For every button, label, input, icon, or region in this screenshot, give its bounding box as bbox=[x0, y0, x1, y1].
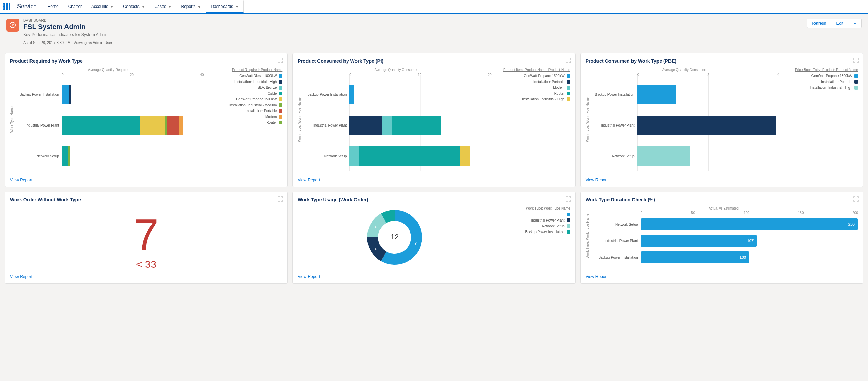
bar-segment bbox=[349, 116, 381, 135]
legend-item: Installation: Portable bbox=[207, 108, 282, 114]
legend-swatch bbox=[567, 74, 570, 78]
view-report-link[interactable]: View Report bbox=[586, 274, 608, 279]
expand-icon[interactable] bbox=[566, 58, 571, 63]
svg-text:1: 1 bbox=[388, 214, 390, 218]
legend-item: Router bbox=[207, 120, 282, 126]
bar-segment bbox=[637, 146, 690, 166]
bar-stack bbox=[62, 146, 204, 166]
expand-icon[interactable] bbox=[853, 196, 859, 202]
legend-item: GenWatt Propane 1500kW bbox=[495, 73, 570, 79]
expand-icon[interactable] bbox=[278, 58, 283, 63]
nav-tab-chatter[interactable]: Chatter bbox=[63, 0, 86, 13]
legend-item: Network Setup bbox=[495, 223, 570, 229]
category-label: Industrial Power Plant bbox=[589, 239, 641, 243]
category-label: Network Setup bbox=[589, 154, 637, 158]
legend-swatch bbox=[279, 92, 282, 95]
y-axis-label: Work Type: Work Type Name bbox=[298, 68, 301, 171]
x-axis-ticks: 024 bbox=[589, 73, 779, 77]
bar-segment bbox=[392, 116, 441, 135]
bar-segment bbox=[382, 116, 392, 135]
bar-segment bbox=[349, 146, 359, 166]
legend-item: Installation: Industrial - High bbox=[207, 79, 282, 85]
legend-item: Installation: Industrial - Medium bbox=[207, 102, 282, 108]
category-label: Backup Power Installation bbox=[589, 255, 641, 259]
legend-item: Modem bbox=[207, 114, 282, 120]
legend-swatch bbox=[279, 121, 282, 124]
nav-tab-reports[interactable]: Reports▼ bbox=[177, 0, 206, 13]
donut-chart: 722112 bbox=[298, 206, 491, 268]
nav-tab-cases[interactable]: Cases▼ bbox=[150, 0, 177, 13]
legend-swatch bbox=[854, 80, 858, 84]
legend-swatch bbox=[567, 97, 570, 101]
bar: 200 bbox=[641, 218, 858, 230]
legend-swatch bbox=[279, 103, 282, 107]
x-axis-ticks: 050100150200 bbox=[589, 211, 858, 215]
nav-tab-dashboards[interactable]: Dashboards▼ bbox=[206, 0, 244, 13]
svg-point-1 bbox=[12, 24, 13, 26]
bar-stack bbox=[349, 116, 491, 135]
dashboard-card-prod_consumed_pi: Product Consumed by Work Type (PI)Work T… bbox=[292, 53, 575, 187]
edit-button[interactable]: Edit bbox=[831, 19, 848, 28]
category-label: Backup Power Installation bbox=[589, 93, 637, 96]
bar-segment bbox=[69, 85, 71, 104]
nav-tab-home[interactable]: Home bbox=[43, 0, 63, 13]
svg-text:2: 2 bbox=[374, 224, 376, 228]
dashboard-more-button[interactable]: ▼ bbox=[848, 19, 862, 28]
card-title: Product Required by Work Type bbox=[10, 58, 282, 64]
legend-item: - bbox=[495, 212, 570, 217]
chevron-down-icon: ▼ bbox=[168, 5, 172, 9]
view-report-link[interactable]: View Report bbox=[298, 178, 320, 182]
nav-tab-accounts[interactable]: Accounts▼ bbox=[86, 0, 118, 13]
view-report-link[interactable]: View Report bbox=[298, 274, 320, 279]
expand-icon[interactable] bbox=[566, 196, 571, 202]
expand-icon[interactable] bbox=[853, 58, 859, 63]
chevron-down-icon: ▼ bbox=[853, 22, 857, 25]
legend-swatch bbox=[567, 92, 570, 95]
global-nav: Service HomeChatterAccounts▼Contacts▼Cas… bbox=[0, 0, 868, 14]
legend-item: Installation: Industrial - High bbox=[495, 96, 570, 102]
category-label: Network Setup bbox=[301, 154, 349, 158]
dashboard-grid: Product Required by Work TypeWork Type N… bbox=[0, 48, 868, 288]
legend-item: Installation: Industrial - High bbox=[783, 85, 858, 91]
svg-text:12: 12 bbox=[390, 233, 399, 241]
legend-title: Product Required: Product Name bbox=[207, 68, 282, 72]
bar: 100 bbox=[641, 251, 749, 263]
dashboard-card-wo_without_wt: Work Order Without Work Type7< 33View Re… bbox=[5, 192, 288, 284]
legend-swatch bbox=[279, 115, 282, 119]
x-axis-label: Average Quantity Consumed bbox=[301, 68, 491, 72]
category-label: Network Setup bbox=[14, 154, 62, 158]
legend-swatch bbox=[279, 74, 282, 78]
app-launcher-icon[interactable] bbox=[3, 2, 11, 11]
legend-item: Backup Power Installation bbox=[495, 229, 570, 235]
bar-segment bbox=[140, 116, 165, 135]
dashboard-card-prod_required: Product Required by Work TypeWork Type N… bbox=[5, 53, 288, 187]
y-axis-label: Work Type Name bbox=[10, 68, 14, 171]
legend-swatch bbox=[854, 74, 858, 78]
refresh-button[interactable]: Refresh bbox=[807, 19, 831, 28]
bar-stack bbox=[637, 85, 779, 104]
chevron-down-icon: ▼ bbox=[110, 5, 113, 9]
dashboard-card-wt_duration: Work Type Duration Check (%)Work Type: W… bbox=[580, 192, 863, 284]
legend-item: GenWatt Propane 1500kW bbox=[783, 73, 858, 79]
card-title: Work Order Without Work Type bbox=[10, 197, 282, 202]
view-report-link[interactable]: View Report bbox=[586, 178, 608, 182]
dashboard-title: FSL System Admin bbox=[23, 23, 803, 31]
bar-segment bbox=[359, 146, 460, 166]
expand-icon[interactable] bbox=[278, 196, 283, 202]
nav-tab-label: Cases bbox=[155, 4, 166, 9]
nav-tabs: HomeChatterAccounts▼Contacts▼Cases▼Repor… bbox=[43, 0, 244, 13]
nav-tab-label: Chatter bbox=[68, 4, 82, 9]
legend-title: Product Item: Product Name: Product Name bbox=[495, 68, 570, 72]
view-report-link[interactable]: View Report bbox=[10, 178, 32, 182]
legend-swatch bbox=[279, 80, 282, 84]
nav-tab-contacts[interactable]: Contacts▼ bbox=[118, 0, 149, 13]
legend-swatch bbox=[567, 80, 570, 84]
category-label: Industrial Power Plant bbox=[14, 123, 62, 127]
view-report-link[interactable]: View Report bbox=[10, 274, 32, 279]
bar-segment bbox=[167, 116, 179, 135]
card-title: Product Consumed by Work Type (PBE) bbox=[586, 58, 858, 64]
metric-value: 7 bbox=[10, 213, 282, 257]
bar-stack bbox=[62, 116, 204, 135]
category-label: Industrial Power Plant bbox=[589, 123, 637, 127]
x-axis-label: Average Quantity Required bbox=[14, 68, 204, 72]
